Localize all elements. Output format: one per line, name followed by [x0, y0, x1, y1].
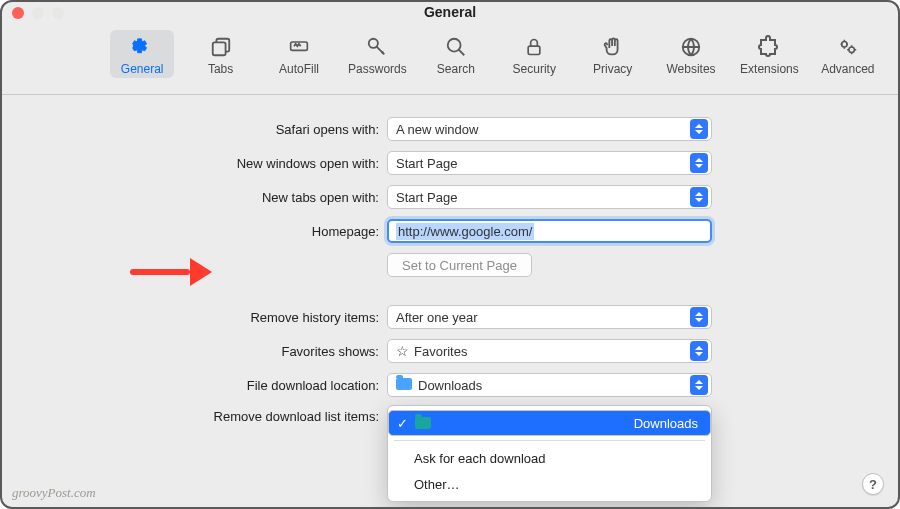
tab-extensions[interactable]: Extensions [737, 30, 801, 78]
globe-icon [678, 34, 704, 60]
favorites-label: Favorites shows: [42, 344, 387, 359]
tab-general[interactable]: General [110, 30, 174, 78]
tab-label: General [121, 62, 164, 76]
chevron-updown-icon [690, 119, 708, 139]
tab-search[interactable]: Search [424, 30, 488, 78]
svg-point-7 [849, 47, 855, 53]
svg-point-3 [448, 39, 461, 52]
download-location-label: File download location: [42, 378, 387, 393]
menu-item-downloads[interactable]: ✓ Downloads [388, 410, 711, 436]
tab-label: Advanced [821, 62, 874, 76]
tab-label: Websites [666, 62, 715, 76]
window-title: General [2, 4, 898, 20]
tab-label: Search [437, 62, 475, 76]
remove-history-select[interactable]: After one year [387, 305, 712, 329]
chevron-updown-icon [690, 341, 708, 361]
annotation-arrow [130, 258, 212, 286]
select-value: Downloads [418, 378, 482, 393]
star-icon: ☆ [396, 343, 409, 359]
new-tabs-label: New tabs open with: [42, 190, 387, 205]
menu-item-label: Other… [414, 477, 460, 492]
tab-websites[interactable]: Websites [659, 30, 723, 78]
toolbar: General Tabs AutoFill Passwords Search S… [2, 24, 898, 95]
tab-label: Extensions [740, 62, 799, 76]
gears-icon [835, 34, 861, 60]
new-windows-select[interactable]: Start Page [387, 151, 712, 175]
svg-rect-4 [528, 46, 540, 54]
tab-passwords[interactable]: Passwords [345, 30, 409, 78]
input-value: http://www.google.com/ [396, 223, 534, 240]
svg-rect-0 [212, 42, 225, 55]
homepage-label: Homepage: [42, 224, 387, 239]
new-windows-label: New windows open with: [42, 156, 387, 171]
hand-icon [600, 34, 626, 60]
download-location-menu: ✓ Downloads Ask for each download Other… [387, 405, 712, 502]
opens-with-label: Safari opens with: [42, 122, 387, 137]
puzzle-icon [756, 34, 782, 60]
button-label: Set to Current Page [402, 258, 517, 273]
select-value: After one year [396, 310, 478, 325]
menu-item-label: Ask for each download [414, 451, 546, 466]
tab-label: AutoFill [279, 62, 319, 76]
tab-label: Tabs [208, 62, 233, 76]
tab-label: Security [513, 62, 556, 76]
menu-item-label: Downloads [634, 416, 698, 431]
opens-with-select[interactable]: A new window [387, 117, 712, 141]
chevron-updown-icon [690, 307, 708, 327]
set-current-page-button[interactable]: Set to Current Page [387, 253, 532, 277]
menu-item-ask[interactable]: Ask for each download [388, 445, 711, 471]
remove-history-label: Remove history items: [42, 310, 387, 325]
tab-label: Passwords [348, 62, 407, 76]
select-value: A new window [396, 122, 478, 137]
menu-separator [394, 440, 705, 441]
attribution-text: groovyPost.com [12, 485, 96, 501]
search-icon [443, 34, 469, 60]
lock-icon [521, 34, 547, 60]
tab-advanced[interactable]: Advanced [816, 30, 880, 78]
favorites-select[interactable]: ☆Favorites [387, 339, 712, 363]
gear-icon [129, 34, 155, 60]
tab-privacy[interactable]: Privacy [580, 30, 644, 78]
titlebar: General [2, 2, 898, 24]
pencil-icon [286, 34, 312, 60]
folder-icon [396, 378, 412, 390]
key-icon [364, 34, 390, 60]
new-tabs-select[interactable]: Start Page [387, 185, 712, 209]
tab-label: Privacy [593, 62, 632, 76]
select-value: Start Page [396, 156, 457, 171]
remove-download-label: Remove download list items: [42, 405, 387, 424]
tab-tabs[interactable]: Tabs [188, 30, 252, 78]
chevron-updown-icon [690, 187, 708, 207]
help-label: ? [869, 477, 877, 492]
select-value: Favorites [414, 344, 467, 359]
tab-autofill[interactable]: AutoFill [267, 30, 331, 78]
preferences-window: General General Tabs AutoFill Passwords … [0, 0, 900, 509]
tab-security[interactable]: Security [502, 30, 566, 78]
download-location-select[interactable]: Downloads [387, 373, 712, 397]
homepage-input[interactable]: http://www.google.com/ [387, 219, 712, 243]
tabs-icon [208, 34, 234, 60]
help-button[interactable]: ? [862, 473, 884, 495]
menu-item-other[interactable]: Other… [388, 471, 711, 497]
check-icon: ✓ [397, 416, 408, 431]
folder-icon [415, 417, 431, 429]
select-value: Start Page [396, 190, 457, 205]
chevron-updown-icon [690, 153, 708, 173]
chevron-updown-icon [690, 375, 708, 395]
